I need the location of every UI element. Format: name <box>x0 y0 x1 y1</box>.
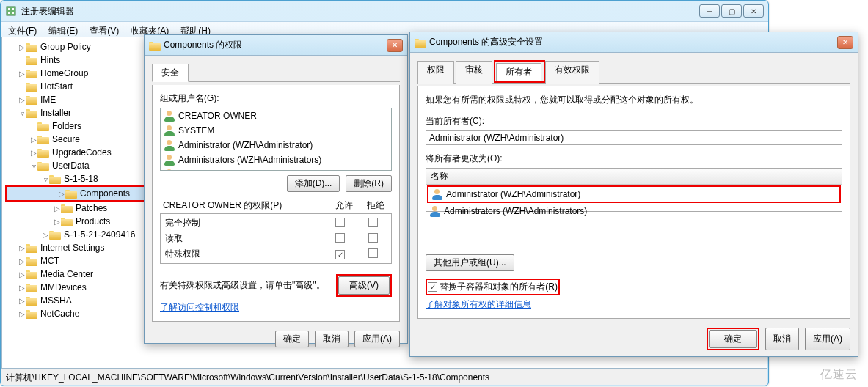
expand-icon[interactable]: ▷ <box>58 190 65 198</box>
expand-icon[interactable]: ▷ <box>18 310 26 318</box>
tree-node[interactable]: ▷Components <box>7 187 151 200</box>
replace-highlight: ✓ 替换子容器和对象的所有者(R) <box>426 279 560 295</box>
tab-1[interactable]: 审核 <box>456 61 492 84</box>
tree-node[interactable]: ▷Media Center <box>2 268 156 281</box>
tree-label: Group Policy <box>40 42 91 52</box>
permissions-close-button[interactable]: ✕ <box>387 39 403 52</box>
owner-name: Administrator (WZH\Administrator) <box>446 189 580 199</box>
expand-icon[interactable]: ▷ <box>30 149 37 157</box>
expand-icon[interactable]: ▷ <box>54 204 61 213</box>
adv-body: 权限审核所有者有效权限 如果您有所需的权限或特权，您就可以取得或分配这个对象的所… <box>410 53 858 356</box>
minimize-button[interactable]: ─ <box>699 4 720 18</box>
adv-cancel-button[interactable]: 取消 <box>765 328 799 350</box>
tree-node[interactable]: ▷Internet Settings <box>2 241 156 254</box>
user-icon <box>164 139 175 151</box>
user-icon <box>164 110 175 122</box>
tab-2[interactable]: 所有者 <box>496 63 541 81</box>
learn-row: 了解访问控制和权限 <box>160 301 392 314</box>
tree-node[interactable]: Folders <box>2 119 156 133</box>
cancel-button[interactable]: 取消 <box>315 331 349 347</box>
adv-tabset: 权限审核所有者有效权限 <box>417 60 850 84</box>
expand-icon[interactable]: ▷ <box>18 284 26 292</box>
allow-checkbox[interactable] <box>335 218 345 227</box>
add-button[interactable]: 添加(D)... <box>287 175 340 192</box>
tree-node[interactable]: ▷MSSHA <box>2 294 156 307</box>
tree-node[interactable]: Hints <box>2 54 156 67</box>
tree-label: Secure <box>52 134 80 144</box>
remove-button[interactable]: 删除(R) <box>346 175 392 192</box>
folder-icon <box>26 243 37 253</box>
expand-icon[interactable]: ▿ <box>30 162 37 170</box>
expand-icon[interactable]: ▷ <box>18 297 26 305</box>
close-button[interactable]: ✕ <box>743 4 764 18</box>
tree-node[interactable]: ▿Installer <box>2 106 156 119</box>
user-buttons-row: 添加(D)... 删除(R) <box>160 175 392 192</box>
learn-link[interactable]: 了解访问控制和权限 <box>160 302 239 312</box>
tree-node[interactable]: ▷MCT <box>2 254 156 268</box>
expand-icon[interactable]: ▿ <box>42 175 49 183</box>
tree-node[interactable]: ▷NetCache <box>2 307 156 320</box>
tab-3[interactable]: 有效权限 <box>545 61 599 84</box>
expand-icon[interactable]: ▷ <box>18 43 26 51</box>
tab-security[interactable]: 安全 <box>152 64 189 82</box>
deny-checkbox[interactable] <box>368 248 378 258</box>
tree-node[interactable]: ▿UserData <box>2 159 156 172</box>
expand-icon[interactable]: ▷ <box>18 270 26 279</box>
folder-icon <box>26 282 37 292</box>
allow-checkbox[interactable]: ✓ <box>335 250 345 259</box>
tree-node[interactable]: ▷Secure <box>2 133 156 146</box>
expand-icon[interactable]: ▷ <box>18 70 26 78</box>
tree-node[interactable]: ▷IME <box>2 93 156 106</box>
list-item[interactable]: SYSTEM <box>161 123 391 138</box>
adv-learn-link[interactable]: 了解对象所有权的详细信息 <box>426 299 531 309</box>
tree-node[interactable]: ▷UpgradeCodes <box>2 146 156 159</box>
tree-node[interactable]: ▷Products <box>2 215 156 228</box>
tree-node[interactable]: ▷S-1-5-21-2409416 <box>2 228 156 241</box>
expand-icon[interactable]: ▷ <box>42 231 49 239</box>
folder-icon <box>49 229 61 240</box>
expand-icon[interactable]: ▷ <box>18 257 26 265</box>
tab-0[interactable]: 权限 <box>417 61 454 84</box>
deny-checkbox[interactable] <box>368 218 378 227</box>
ok-button[interactable]: 确定 <box>275 331 309 347</box>
expand-icon[interactable]: ▷ <box>18 244 26 252</box>
list-item[interactable]: Administrators (WZH\Administrators) <box>161 152 391 167</box>
tree-node[interactable]: ▿S-1-5-18 <box>2 172 156 185</box>
tree-node[interactable]: HotStart <box>2 80 156 93</box>
allow-checkbox[interactable] <box>335 233 345 243</box>
other-user-row: 其他用户或组(U)... <box>426 254 842 271</box>
list-item[interactable]: Administrator (WZH\Administrator) <box>161 138 391 152</box>
expand-icon[interactable]: ▷ <box>30 136 37 144</box>
tree-node[interactable]: ▷HomeGroup <box>2 67 156 80</box>
tree-node[interactable]: ▷Group Policy <box>2 40 156 54</box>
permissions-titlebar[interactable]: Components 的权限 ✕ <box>145 35 407 56</box>
permissions-table: CREATOR OWNER 的权限(P) 允许 拒绝 <box>160 198 392 213</box>
adv-row: 有关特殊权限或高级设置，请单击"高级"。 高级(V) <box>160 274 392 297</box>
replace-checkbox[interactable]: ✓ <box>428 282 437 292</box>
tree-node[interactable]: ▷MMDevices <box>2 281 156 294</box>
expand-icon[interactable]: ▷ <box>54 218 61 226</box>
regedit-title: 注册表编辑器 <box>21 5 74 18</box>
registry-tree[interactable]: ▷Group PolicyHints▷HomeGroupHotStart▷IME… <box>2 37 156 368</box>
user-name: Administrator (WZH\Administrator) <box>178 140 313 150</box>
maximize-button[interactable]: ▢ <box>721 4 742 18</box>
list-item[interactable]: CREATOR OWNER <box>161 108 391 123</box>
apply-button[interactable]: 应用(A) <box>354 331 400 347</box>
adv-titlebar[interactable]: Components 的高级安全设置 ✕ <box>410 32 858 53</box>
adv-ok-button[interactable]: 确定 <box>709 330 757 348</box>
adv-apply-button[interactable]: 应用(A) <box>805 328 850 350</box>
tree-node[interactable]: ▷Patches <box>2 202 156 215</box>
list-item[interactable]: Administrator (WZH\Administrator) <box>428 187 839 202</box>
advanced-button[interactable]: 高级(V) <box>338 276 390 295</box>
adv-close-button[interactable]: ✕ <box>837 36 853 49</box>
replace-checkbox-label[interactable]: ✓ 替换子容器和对象的所有者(R) <box>428 281 558 292</box>
expand-icon[interactable]: ▷ <box>18 96 26 104</box>
list-item[interactable]: Users (WZH\Users) <box>161 167 391 171</box>
owner-listbox[interactable]: 名称 Administrator (WZH\Administrator)Admi… <box>426 168 842 212</box>
expand-icon[interactable]: ▿ <box>18 109 26 117</box>
folder-icon <box>26 309 37 319</box>
users-listbox[interactable]: CREATOR OWNERSYSTEMAdministrator (WZH\Ad… <box>160 108 392 171</box>
other-user-button[interactable]: 其他用户或组(U)... <box>426 254 514 271</box>
regedit-titlebar[interactable]: 注册表编辑器 ─ ▢ ✕ <box>1 1 768 21</box>
deny-checkbox[interactable] <box>368 233 378 243</box>
